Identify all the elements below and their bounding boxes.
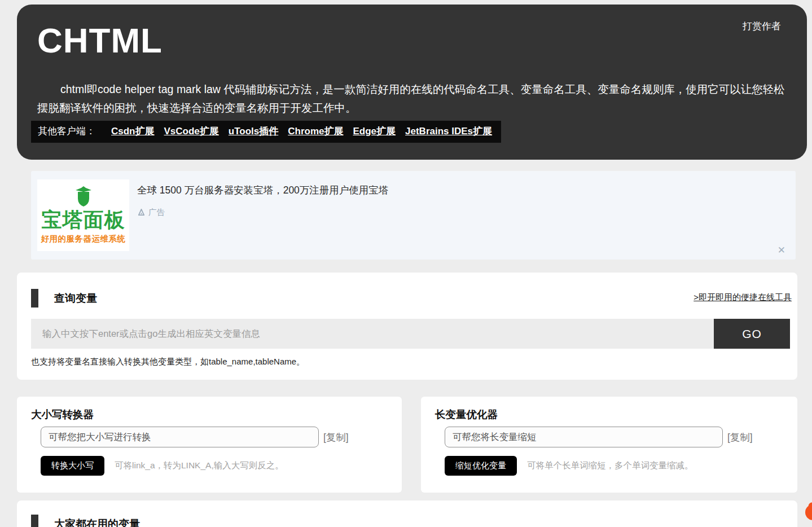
optimizer-card: 长变量优化器 [复制] 缩短优化变量 可将单个长单词缩短，多个单词变量缩减。 — [421, 397, 797, 493]
floating-hot-badge-icon[interactable] — [805, 504, 812, 520]
online-tools-link[interactable]: >即开即用的便捷在线工具 — [694, 292, 792, 303]
optimizer-copy-link[interactable]: [复制] — [727, 431, 753, 444]
clients-bar: 其他客户端： Csdn扩展 VsCode扩展 uTools插件 Chrome扩展… — [31, 121, 501, 143]
query-head: 查询变量 >即开即用的便捷在线工具 — [31, 289, 792, 308]
query-hint: 也支持将变量名直接输入转换其他变量类型，如table_name,tableNam… — [31, 357, 305, 367]
popular-variables-card: 大家都在用的变量 — [17, 500, 797, 527]
adchoices-icon[interactable] — [137, 208, 146, 217]
case-converter-action-row: 转换大小写 可将link_a，转为LINK_A,输入大写则反之。 — [41, 456, 284, 476]
page-title: CHTML — [37, 20, 163, 60]
go-button[interactable]: GO — [714, 319, 790, 349]
query-variable-card: 查询变量 >即开即用的便捷在线工具 GO 也支持将变量名直接输入转换其他变量类型… — [17, 273, 797, 380]
convert-case-button[interactable]: 转换大小写 — [41, 456, 104, 476]
client-link-edge[interactable]: Edge扩展 — [353, 125, 396, 138]
case-converter-card: 大小写转换器 [复制] 转换大小写 可将link_a，转为LINK_A,输入大写… — [17, 397, 402, 493]
donate-author-link[interactable]: 打赏作者 — [743, 20, 781, 33]
client-link-vscode[interactable]: VsCode扩展 — [164, 125, 219, 138]
ad-headline[interactable]: 全球 1500 万台服务器安装宝塔，200万注册用户使用宝塔 — [137, 183, 388, 197]
popular-section-head: 大家都在用的变量 — [31, 515, 140, 527]
baota-shield-icon — [74, 186, 93, 207]
query-input[interactable] — [31, 319, 714, 349]
client-link-csdn[interactable]: Csdn扩展 — [111, 125, 155, 138]
query-input-row: GO — [31, 319, 790, 349]
section-accent-bar — [31, 289, 38, 308]
ad-label-row: 广告 — [137, 207, 165, 218]
optimizer-title: 长变量优化器 — [435, 407, 498, 421]
site-description: chtml即code helper tag mark law 代码辅助标记方法，… — [37, 80, 788, 117]
ad-logo-image[interactable]: 宝塔面板 好用的服务器运维系统 — [37, 179, 129, 251]
site-header: 打赏作者 CHTML chtml即code helper tag mark la… — [17, 5, 807, 160]
client-link-chrome[interactable]: Chrome扩展 — [288, 125, 343, 138]
optimizer-hint: 可将单个长单词缩短，多个单词变量缩减。 — [527, 460, 694, 472]
case-converter-title: 大小写转换器 — [31, 407, 94, 421]
popular-section-title: 大家都在用的变量 — [54, 517, 140, 527]
case-converter-copy-link[interactable]: [复制] — [323, 431, 349, 444]
optimizer-input-row: [复制] — [445, 427, 753, 447]
optimizer-action-row: 缩短优化变量 可将单个长单词缩短，多个单词变量缩减。 — [445, 456, 694, 476]
ad-banner[interactable]: 宝塔面板 好用的服务器运维系统 全球 1500 万台服务器安装宝塔，200万注册… — [31, 171, 796, 260]
section-accent-bar — [31, 515, 38, 527]
client-link-jetbrains[interactable]: JetBrains IDEs扩展 — [405, 125, 492, 138]
case-converter-hint: 可将link_a，转为LINK_A,输入大写则反之。 — [115, 460, 284, 472]
shorten-variable-button[interactable]: 缩短优化变量 — [445, 456, 517, 476]
query-section-head: 查询变量 — [31, 289, 792, 308]
baota-logo-title: 宝塔面板 — [42, 209, 125, 231]
optimizer-input[interactable] — [445, 427, 723, 447]
client-link-utools[interactable]: uTools插件 — [229, 125, 278, 138]
ad-label: 广告 — [148, 207, 165, 218]
baota-logo-subtitle: 好用的服务器运维系统 — [41, 234, 126, 244]
case-converter-input[interactable] — [41, 427, 319, 447]
ad-close-icon[interactable]: ✕ — [775, 243, 788, 257]
page: { "header": { "title": "CHTML", "donate_… — [0, 0, 812, 527]
query-section-title: 查询变量 — [54, 291, 97, 306]
case-converter-input-row: [复制] — [41, 427, 349, 447]
clients-label: 其他客户端： — [38, 125, 95, 138]
